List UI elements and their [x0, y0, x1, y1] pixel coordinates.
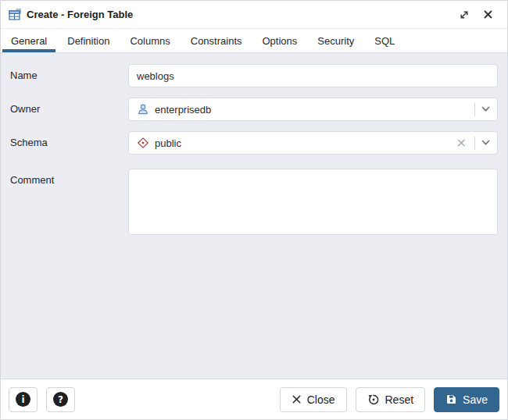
- dialog-title: Create - Foreign Table: [27, 9, 133, 20]
- comment-label: Comment: [10, 169, 128, 238]
- info-circle-icon: i: [16, 392, 30, 407]
- tab-options[interactable]: Options: [252, 29, 308, 52]
- tab-sql[interactable]: SQL: [364, 29, 405, 52]
- clear-selection-icon[interactable]: ×: [455, 137, 468, 149]
- user-icon: [137, 103, 149, 116]
- comment-textarea[interactable]: [128, 169, 498, 235]
- dialog-titlebar: Create - Foreign Table: [1, 1, 507, 29]
- dialog-footer: i ? Close Reset: [1, 379, 507, 419]
- tab-general[interactable]: General: [1, 29, 57, 52]
- comment-row: Comment: [10, 169, 498, 238]
- schema-label: Schema: [10, 131, 128, 155]
- expand-diagonal-icon[interactable]: [456, 6, 473, 23]
- close-button[interactable]: Close: [280, 387, 347, 412]
- select-separator: [474, 103, 475, 116]
- save-button-label: Save: [463, 393, 488, 406]
- reset-button-label: Reset: [385, 393, 414, 406]
- general-form: Name Owner enterprisedb: [1, 53, 507, 379]
- reset-button[interactable]: Reset: [356, 387, 426, 412]
- select-separator: [474, 137, 475, 150]
- close-icon[interactable]: [479, 6, 496, 23]
- name-row: Name: [10, 64, 498, 87]
- schema-value: public: [155, 137, 181, 149]
- chevron-down-icon[interactable]: [481, 106, 490, 112]
- schema-row: Schema public ×: [10, 131, 498, 155]
- tab-definition[interactable]: Definition: [57, 29, 120, 52]
- owner-label: Owner: [10, 98, 128, 121]
- help-button[interactable]: ?: [46, 387, 75, 412]
- sql-info-button[interactable]: i: [9, 387, 38, 412]
- close-button-label: Close: [307, 393, 335, 406]
- schema-diamond-icon: [137, 137, 149, 149]
- tab-security[interactable]: Security: [307, 29, 364, 52]
- close-x-icon: [292, 394, 302, 404]
- tab-constraints[interactable]: Constraints: [181, 29, 252, 52]
- name-input[interactable]: [128, 64, 498, 87]
- question-circle-icon: ?: [53, 392, 68, 407]
- foreign-table-icon: [9, 9, 21, 21]
- tab-columns[interactable]: Columns: [120, 29, 180, 52]
- name-label: Name: [10, 64, 128, 87]
- reset-rotate-left-icon: [367, 393, 380, 406]
- owner-select[interactable]: enterprisedb: [128, 98, 498, 121]
- chevron-down-icon[interactable]: [481, 140, 490, 146]
- save-button[interactable]: Save: [434, 387, 499, 412]
- schema-select[interactable]: public ×: [128, 131, 498, 155]
- owner-row: Owner enterprisedb: [10, 98, 498, 121]
- save-floppy-icon: [445, 393, 457, 405]
- create-foreign-table-dialog: Create - Foreign Table General Definitio…: [0, 0, 508, 420]
- owner-value: enterprisedb: [155, 104, 211, 116]
- dialog-tabbar: General Definition Columns Constraints O…: [1, 29, 507, 53]
